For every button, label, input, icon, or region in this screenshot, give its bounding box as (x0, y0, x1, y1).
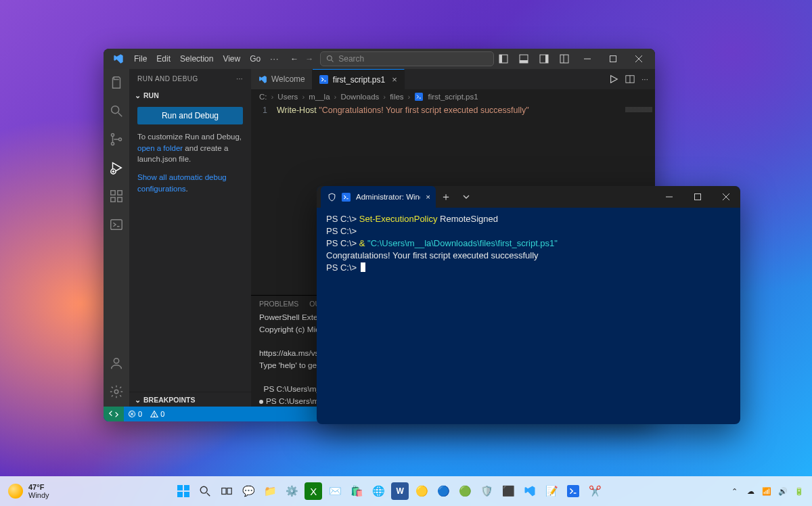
terminal-tab-dropdown-icon[interactable] (456, 193, 476, 200)
layout-custom-icon[interactable] (555, 49, 574, 69)
window-close-icon[interactable] (627, 49, 651, 69)
search-activity-icon[interactable] (108, 103, 125, 119)
tray-battery-icon[interactable]: 🔋 (794, 486, 804, 496)
widgets-icon[interactable]: 💬 (240, 482, 257, 500)
nav-back-icon[interactable]: ← (290, 54, 298, 64)
chevron-down-icon[interactable]: ⌄ (135, 91, 141, 99)
section-breakpoints-title: BREAKPOINTS (143, 396, 195, 404)
start-button-icon[interactable] (175, 482, 192, 500)
explorer-icon[interactable] (108, 74, 125, 91)
edge-dev-icon[interactable]: 🟢 (456, 482, 474, 500)
powershell-activity-icon[interactable] (108, 216, 125, 233)
vscode-titlebar[interactable]: File Edit Selection View Go ··· ← → Sear… (104, 49, 655, 69)
layout-bottom-icon[interactable] (514, 49, 533, 69)
word-icon[interactable]: W (391, 482, 409, 500)
tray-onedrive-icon[interactable]: ☁ (746, 486, 755, 496)
tab-close-icon[interactable]: × (392, 74, 397, 85)
panel-more-icon[interactable]: ··· (236, 75, 243, 83)
line-number: 1 (251, 106, 277, 115)
layout-right-icon[interactable] (535, 49, 554, 69)
tab-first-script[interactable]: first_script.ps1 × (313, 69, 405, 89)
svg-point-27 (114, 390, 118, 394)
snipping-tool-icon[interactable]: ✂️ (586, 482, 604, 500)
auto-debug-link[interactable]: Show all automatic debug configurations (137, 173, 227, 193)
tray-chevron-icon[interactable]: ⌃ (729, 486, 739, 496)
menu-view[interactable]: View (218, 49, 245, 69)
file-explorer-icon[interactable]: 📁 (261, 482, 279, 500)
powershell-taskbar-icon[interactable] (564, 482, 582, 500)
panel-tab-problems[interactable]: PROBLEMS (259, 300, 298, 308)
task-view-icon[interactable] (218, 482, 235, 500)
menu-go[interactable]: Go (245, 49, 265, 69)
split-editor-icon[interactable] (625, 74, 635, 84)
edge-beta-icon[interactable]: 🔵 (434, 482, 452, 500)
windows-taskbar[interactable]: 47°F Windy 💬 📁 ⚙️ X ✉️ 🛍️ 🌐 W 🟡 🔵 🟢 🛡️ ⬛… (0, 476, 812, 506)
terminal-minimize-icon[interactable] (655, 187, 683, 207)
vscode-tab-icon (258, 74, 267, 84)
settings-icon[interactable]: ⚙️ (283, 482, 300, 500)
svg-rect-43 (177, 485, 183, 490)
source-control-icon[interactable] (108, 131, 125, 147)
svg-point-14 (112, 106, 119, 114)
terminal-titlebar[interactable]: Administrator: Windows Powe × ＋ (317, 186, 740, 208)
mail-icon[interactable]: ✉️ (326, 482, 344, 500)
status-warnings[interactable]: 0 (146, 410, 168, 418)
notepad-icon[interactable]: 📝 (543, 482, 560, 500)
menu-overflow-icon[interactable]: ··· (265, 49, 284, 69)
terminal-maximize-icon[interactable] (683, 187, 712, 207)
tray-volume-icon[interactable]: 🔊 (778, 486, 788, 496)
window-maximize-icon[interactable] (601, 49, 625, 69)
edge-icon[interactable]: 🌐 (369, 482, 387, 500)
vscode-taskbar-icon[interactable] (521, 482, 539, 500)
chevron-down-icon[interactable]: ⌄ (135, 396, 141, 404)
breadcrumb[interactable]: C:› Users› m__la› Downloads› files› firs… (251, 89, 655, 104)
terminal-taskbar-icon[interactable]: ⬛ (499, 482, 517, 500)
nav-forward-icon[interactable]: → (305, 54, 313, 64)
extensions-icon[interactable] (108, 188, 125, 204)
terminal-new-tab-icon[interactable]: ＋ (436, 190, 456, 204)
weather-icon (8, 484, 23, 499)
search-icon (326, 55, 334, 63)
accounts-icon[interactable] (108, 355, 125, 371)
svg-point-17 (111, 142, 114, 145)
svg-rect-24 (118, 191, 122, 195)
svg-rect-46 (184, 492, 189, 497)
minimap[interactable] (625, 107, 652, 112)
terminal-tab[interactable]: Administrator: Windows Powe × (321, 186, 436, 208)
open-folder-link[interactable]: open a folder (137, 144, 183, 152)
run-debug-icon[interactable] (108, 160, 125, 176)
system-tray[interactable]: ⌃ ☁ 📶 🔊 🔋 (729, 486, 804, 496)
svg-rect-8 (560, 55, 568, 63)
editor-tabbar: Welcome first_script.ps1 × ··· (251, 69, 655, 89)
menu-edit[interactable]: Edit (152, 49, 175, 69)
svg-point-26 (114, 359, 118, 363)
layout-left-icon[interactable] (494, 49, 513, 69)
taskbar-search-icon[interactable] (196, 482, 214, 500)
window-minimize-icon[interactable] (575, 49, 600, 69)
remote-indicator-icon[interactable] (104, 407, 124, 421)
run-file-icon[interactable] (609, 74, 618, 84)
menu-selection[interactable]: Selection (175, 49, 218, 69)
menu-file[interactable]: File (129, 49, 152, 69)
status-errors[interactable]: 0 (124, 410, 146, 418)
tab-welcome[interactable]: Welcome (251, 69, 313, 89)
svg-line-15 (118, 113, 122, 117)
terminal-tab-close-icon[interactable]: × (426, 193, 430, 201)
windows-terminal-window: Administrator: Windows Powe × ＋ PS C:\> … (317, 186, 740, 424)
search-placeholder: Search (338, 54, 364, 64)
terminal-tab-title: Administrator: Windows Powe (356, 193, 420, 201)
customize-hint: To customize Run and Debug, open a folde… (137, 131, 243, 165)
store-icon[interactable]: 🛍️ (348, 482, 365, 500)
xbox-icon[interactable]: X (304, 482, 322, 500)
terminal-close-icon[interactable] (712, 187, 740, 207)
editor-more-icon[interactable]: ··· (641, 74, 648, 84)
tray-wifi-icon[interactable]: 📶 (762, 486, 771, 496)
taskbar-weather[interactable]: 47°F Windy (8, 483, 49, 499)
command-center-search[interactable]: Search (320, 51, 494, 66)
settings-gear-icon[interactable] (108, 384, 125, 400)
security-icon[interactable]: 🛡️ (478, 482, 495, 500)
run-and-debug-button[interactable]: Run and Debug (137, 107, 243, 124)
svg-rect-5 (520, 60, 528, 63)
edge-canary-icon[interactable]: 🟡 (413, 482, 430, 500)
terminal-body[interactable]: PS C:\> Set-ExecutionPolicy RemoteSigned… (317, 208, 740, 424)
